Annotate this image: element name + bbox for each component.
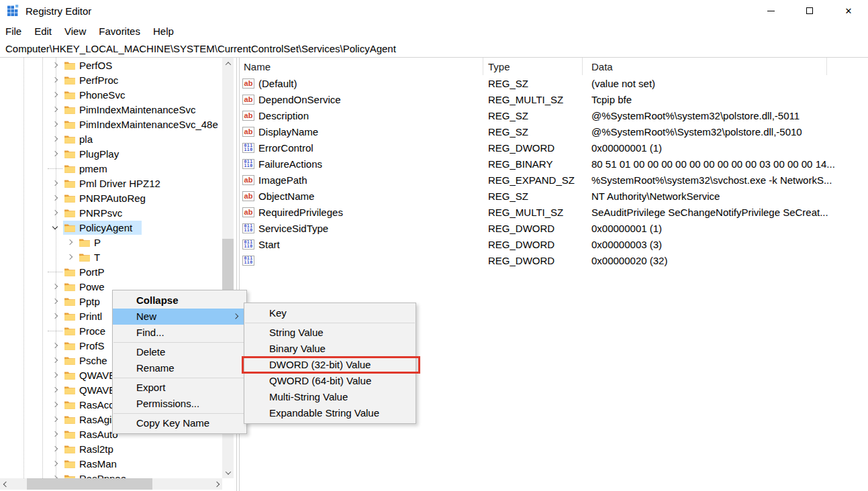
tree-item-pnrpautoreg[interactable]: PNRPAutoReg xyxy=(0,190,236,205)
tree-key-body[interactable]: pmem xyxy=(63,162,110,176)
context-menu-item-export[interactable]: Export xyxy=(113,380,246,396)
tree-item-pla[interactable]: pla xyxy=(0,131,236,146)
registry-value-row-displayname[interactable]: abDisplayNameREG_SZ@%SystemRoot%\System3… xyxy=(240,123,868,140)
menubar-item-edit[interactable]: Edit xyxy=(34,25,52,37)
tree-expander-icon[interactable] xyxy=(62,250,78,264)
tree-key-body[interactable]: PimIndexMaintenanceSvc_48e xyxy=(63,117,221,131)
tree-item-pnrpsvc[interactable]: PNRPsvc xyxy=(0,205,236,220)
tree-expander-icon[interactable] xyxy=(47,102,63,117)
registry-value-row-errorcontrol[interactable]: 011110ErrorControlREG_DWORD0x00000001 (1… xyxy=(240,140,868,156)
tree-item-pml-driver-hpz12[interactable]: Pml Driver HPZ12 xyxy=(0,176,236,190)
tree-expander-icon[interactable] xyxy=(62,235,78,250)
tree-key-body[interactable]: Proce xyxy=(63,324,108,338)
tree-expander-icon[interactable] xyxy=(47,456,63,471)
registry-value-row-servicesidtype[interactable]: 011110ServiceSidTypeREG_DWORD0x00000001 … xyxy=(240,220,868,236)
submenu-item-qword-64-bit-value[interactable]: QWORD (64-bit) Value xyxy=(244,373,416,389)
registry-value-row-hidden[interactable]: 011110REG_DWORD0x00000020 (32) xyxy=(240,252,868,268)
tree-key-body[interactable]: ProfS xyxy=(63,339,107,353)
tree-item-rasman[interactable]: RasMan xyxy=(0,456,236,471)
tree-expander-icon[interactable] xyxy=(47,441,63,456)
tree-expander-icon[interactable] xyxy=(47,190,63,205)
tree-key-body[interactable]: pla xyxy=(63,132,95,146)
submenu-item-key[interactable]: Key xyxy=(244,305,416,321)
submenu-item-multi-string-value[interactable]: Multi-String Value xyxy=(244,389,416,405)
tree-item-pimindexmaintenancesvc-48e[interactable]: PimIndexMaintenanceSvc_48e xyxy=(0,117,236,131)
tree-expander-icon[interactable] xyxy=(47,58,63,72)
registry-value-row-requiredprivileges[interactable]: abRequiredPrivilegesREG_MULTI_SZSeAuditP… xyxy=(240,204,868,220)
tree-expander-icon[interactable] xyxy=(47,368,63,382)
tree-expander-icon[interactable] xyxy=(47,72,63,87)
context-menu-item-rename[interactable]: Rename xyxy=(113,360,246,376)
tree-expander-icon[interactable] xyxy=(47,382,63,397)
tree-item-t[interactable]: T xyxy=(0,250,236,264)
tree-item-policyagent[interactable]: PolicyAgent xyxy=(0,220,236,235)
menubar-item-file[interactable]: File xyxy=(5,25,21,37)
registry-value-row-start[interactable]: 011110StartREG_DWORD0x00000003 (3) xyxy=(240,236,868,252)
tree-key-body[interactable]: PNRPsvc xyxy=(63,206,125,220)
tree-key-body[interactable]: RasAcd xyxy=(63,398,117,412)
tree-item-pmem[interactable]: pmem xyxy=(0,161,236,176)
minimize-button[interactable] xyxy=(751,0,790,21)
tree-key-body[interactable]: T xyxy=(78,250,103,264)
tree-item-p[interactable]: P xyxy=(0,235,236,250)
tree-key-body[interactable]: QWAVE xyxy=(63,368,118,382)
tree-expander-icon[interactable] xyxy=(47,309,63,323)
tree-expander-icon[interactable] xyxy=(47,397,63,412)
context-menu-item-permissions[interactable]: Permissions... xyxy=(113,396,246,412)
registry-value-row-failureactions[interactable]: 011110FailureActionsREG_BINARY80 51 01 0… xyxy=(240,156,868,172)
scroll-down-arrow[interactable] xyxy=(222,467,234,478)
tree-key-body[interactable]: Psche xyxy=(63,353,110,368)
context-menu-item-copy-key-name[interactable]: Copy Key Name xyxy=(113,415,246,431)
tree-expander-icon[interactable] xyxy=(47,146,63,161)
selected-tree-key[interactable]: PolicyAgent xyxy=(63,221,142,235)
registry-value-row-dependonservice[interactable]: abDependOnServiceREG_MULTI_SZTcpip bfe xyxy=(240,91,868,107)
tree-expander-icon[interactable] xyxy=(47,353,63,368)
context-menu-item-delete[interactable]: Delete xyxy=(113,344,246,360)
tree-item-plugplay[interactable]: PlugPlay xyxy=(0,146,236,161)
tree-key-body[interactable]: Rasl2tp xyxy=(63,442,116,456)
tree-key-body[interactable]: PimIndexMaintenanceSvc xyxy=(63,103,198,117)
tree-key-body[interactable]: Pml Driver HPZ12 xyxy=(63,176,163,190)
menubar-item-help[interactable]: Help xyxy=(153,25,174,37)
maximize-button[interactable] xyxy=(790,0,829,21)
registry-value-row-objectname[interactable]: abObjectNameREG_SZNT Authority\NetworkSe… xyxy=(240,188,868,204)
tree-item-phonesvc[interactable]: PhoneSvc xyxy=(0,87,236,102)
tree-item-rasl2tp[interactable]: Rasl2tp xyxy=(0,441,236,456)
scroll-left-arrow[interactable] xyxy=(0,478,11,490)
column-header-type[interactable]: Type xyxy=(483,58,583,75)
tree-expander-icon[interactable] xyxy=(47,205,63,220)
column-header-data[interactable]: Data xyxy=(583,58,827,75)
tree-item-perfos[interactable]: PerfOS xyxy=(0,58,236,72)
context-menu-item-collapse[interactable]: Collapse xyxy=(113,292,246,309)
tree-expander-icon[interactable] xyxy=(47,220,63,235)
tree-key-body[interactable]: Printl xyxy=(63,309,105,323)
tree-expander-icon[interactable] xyxy=(47,294,63,309)
tree-key-body[interactable]: PlugPlay xyxy=(63,147,122,161)
tree-key-body[interactable]: P xyxy=(78,235,103,250)
tree-key-body[interactable]: PerfProc xyxy=(63,73,121,87)
tree-expander-icon[interactable] xyxy=(47,117,63,131)
tree-key-body[interactable]: RasMan xyxy=(63,457,119,471)
context-menu-item-find[interactable]: Find... xyxy=(113,325,246,341)
tree-item-pimindexmaintenancesvc[interactable]: PimIndexMaintenanceSvc xyxy=(0,102,236,117)
registry-value-row-default[interactable]: ab(Default)REG_SZ(value not set) xyxy=(240,75,868,91)
menubar-item-view[interactable]: View xyxy=(64,25,86,37)
context-menu-item-new[interactable]: New xyxy=(113,309,246,325)
submenu-item-dword-32-bit-value[interactable]: DWORD (32-bit) Value xyxy=(244,357,416,373)
tree-item-portp[interactable]: PortP xyxy=(0,264,236,279)
tree-key-body[interactable]: PhoneSvc xyxy=(63,88,128,102)
tree-item-perfproc[interactable]: PerfProc xyxy=(0,72,236,87)
tree-horizontal-scrollbar[interactable] xyxy=(0,478,222,490)
close-button[interactable]: ✕ xyxy=(829,0,868,21)
tree-key-body[interactable]: Powe xyxy=(63,280,107,294)
tree-expander-icon[interactable] xyxy=(47,87,63,102)
scroll-up-arrow[interactable] xyxy=(222,58,234,69)
tree-expander-icon[interactable] xyxy=(47,427,63,441)
horizontal-scroll-thumb[interactable] xyxy=(27,478,152,490)
tree-expander-icon[interactable] xyxy=(47,412,63,427)
submenu-item-expandable-string-value[interactable]: Expandable String Value xyxy=(244,405,416,421)
registry-value-row-imagepath[interactable]: abImagePathREG_EXPAND_SZ%SystemRoot%\sys… xyxy=(240,172,868,188)
tree-expander-icon[interactable] xyxy=(47,279,63,294)
address-bar[interactable]: Computer\HKEY_LOCAL_MACHINE\SYSTEM\Curre… xyxy=(0,40,868,58)
tree-key-body[interactable]: PortP xyxy=(63,265,107,279)
